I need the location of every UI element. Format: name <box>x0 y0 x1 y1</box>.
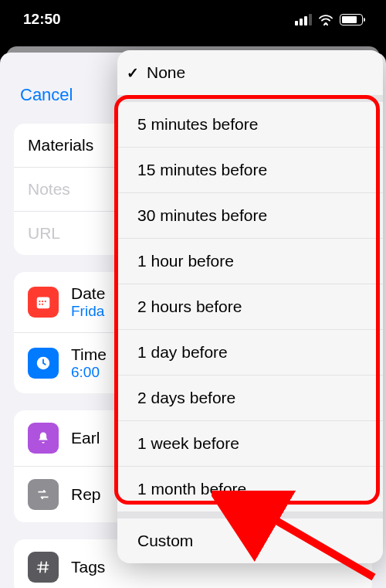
wifi-icon <box>318 14 334 25</box>
popover-option-5min[interactable]: 5 minutes before <box>117 102 383 148</box>
svg-point-0 <box>324 22 327 24</box>
materials-label: Materials <box>28 136 93 155</box>
date-value: Frida <box>71 303 105 320</box>
repeat-label: Rep <box>71 485 101 504</box>
date-label: Date <box>71 284 105 303</box>
time-label: Time <box>71 345 107 364</box>
svg-rect-3 <box>42 301 43 302</box>
svg-rect-2 <box>39 301 41 302</box>
svg-rect-1 <box>37 297 50 309</box>
popover-option-2hours[interactable]: 2 hours before <box>117 284 383 330</box>
early-reminder-label: Earl <box>71 429 100 447</box>
popover-option-1hour[interactable]: 1 hour before <box>117 239 383 284</box>
svg-rect-4 <box>45 301 46 302</box>
url-label: URL <box>28 224 60 243</box>
cancel-button[interactable]: Cancel <box>20 85 73 104</box>
svg-rect-6 <box>42 304 43 305</box>
status-indicators <box>295 14 363 25</box>
status-time: 12:50 <box>23 11 61 28</box>
tags-label: Tags <box>71 558 105 576</box>
status-bar: 12:50 <box>0 0 386 39</box>
popover-option-custom[interactable]: Custom <box>117 518 383 563</box>
popover-separator <box>117 512 383 518</box>
svg-rect-5 <box>39 304 41 305</box>
time-value: 6:00 <box>71 364 107 381</box>
popover-option-1week[interactable]: 1 week before <box>117 421 383 467</box>
popover-option-none[interactable]: ✓ None <box>117 50 383 96</box>
bell-icon <box>28 423 59 454</box>
clock-icon <box>28 348 59 379</box>
calendar-icon <box>28 287 59 318</box>
repeat-icon <box>28 479 59 510</box>
reminder-popover: ✓ None 5 minutes before 15 minutes befor… <box>117 50 383 563</box>
checkmark-icon: ✓ <box>127 64 139 82</box>
popover-option-15min[interactable]: 15 minutes before <box>117 148 383 193</box>
popover-option-2days[interactable]: 2 days before <box>117 376 383 421</box>
popover-separator <box>117 96 383 102</box>
hashtag-icon <box>28 552 59 583</box>
popover-option-30min[interactable]: 30 minutes before <box>117 193 383 239</box>
popover-none-label: None <box>147 63 185 82</box>
popover-option-1day[interactable]: 1 day before <box>117 330 383 376</box>
notes-label: Notes <box>28 180 70 199</box>
popover-option-1month[interactable]: 1 month before <box>117 467 383 512</box>
cellular-icon <box>295 14 312 25</box>
battery-icon <box>340 14 363 25</box>
